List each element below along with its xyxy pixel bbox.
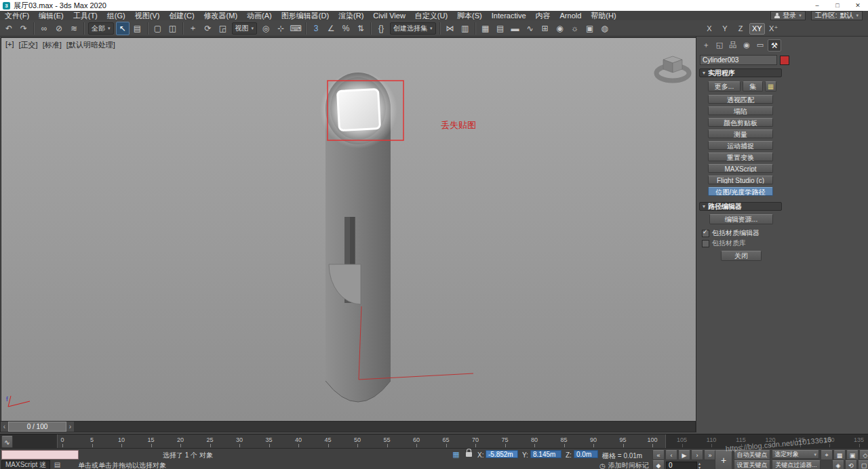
schematic-view-icon[interactable]: ⊞ — [538, 22, 552, 35]
toggle-ribbon-icon[interactable]: ▬ — [509, 22, 522, 35]
time-slider-handle[interactable]: 0 / 100 — [8, 422, 66, 432]
reference-coordinate-system-dropdown[interactable]: 视图▾ — [232, 22, 258, 35]
track-bar[interactable]: ∿ 05101520253035404550556065707580859095… — [0, 434, 868, 449]
menu-item-7[interactable]: 修改器(M) — [199, 11, 243, 20]
spinner-snap-icon[interactable]: ⇅ — [354, 22, 368, 35]
set-keys-button[interactable]: + — [715, 450, 732, 469]
redo-icon[interactable]: ↷ — [17, 22, 31, 35]
macro-recorder-field[interactable] — [1, 450, 79, 460]
add-time-tag[interactable]: ◷ 添加时间标记 — [599, 461, 649, 469]
menu-item-14[interactable]: Interactive — [487, 11, 531, 20]
orbit-icon[interactable]: ⟲ — [845, 460, 857, 469]
listener-icon[interactable]: ▤ — [53, 460, 62, 468]
axis-constraint-x[interactable]: X — [703, 24, 716, 34]
window-crossing-toggle-icon[interactable]: ◫ — [166, 22, 180, 35]
more-utilities-button[interactable]: 更多... — [708, 81, 741, 91]
configure-button-sets-icon[interactable]: ▦ — [765, 81, 776, 91]
render-setup-icon[interactable]: ☼ — [568, 22, 582, 35]
named-selection-sets-dropdown[interactable]: 创建选择集▾ — [390, 22, 436, 35]
login-button[interactable]: 登录 ▾ — [770, 11, 806, 20]
curve-editor-icon[interactable]: ∿ — [524, 22, 537, 35]
menu-item-11[interactable]: Civil View — [368, 11, 410, 20]
spinner-down-icon[interactable]: ▾ — [698, 466, 701, 469]
select-and-link-icon[interactable]: ∞ — [37, 22, 51, 35]
menu-item-9[interactable]: 图形编辑器(D) — [277, 11, 334, 20]
undo-icon[interactable]: ↶ — [2, 22, 16, 35]
selection-set-dropdown[interactable]: 选定对象 ▾ — [772, 450, 819, 459]
edit-resources-button[interactable]: 编辑资源... — [709, 214, 773, 224]
menu-item-10[interactable]: 渲染(R) — [334, 11, 368, 20]
pan-icon[interactable]: ◈ — [832, 460, 844, 469]
rendered-frame-window-icon[interactable]: ▣ — [583, 22, 597, 35]
toggle-scene-explorer-icon[interactable]: ▦ — [479, 22, 492, 35]
rollout-path-editor[interactable]: ▾ 路径编辑器 — [699, 202, 782, 211]
rectangular-selection-region-icon[interactable]: ▢ — [151, 22, 165, 35]
tab-modify[interactable]: ◱ — [713, 39, 726, 50]
utility-button-4[interactable]: 测量 — [708, 129, 773, 138]
tab-motion[interactable]: ◉ — [741, 39, 753, 50]
scene-3d-view[interactable]: 丢失贴图 f — [1, 38, 696, 422]
menu-item-12[interactable]: 自定义(U) — [410, 11, 452, 20]
toggle-layer-explorer-icon[interactable]: ▤ — [494, 22, 507, 35]
menu-item-1[interactable]: 文件(F) — [0, 11, 34, 20]
time-slider-prev-icon[interactable]: ‹ — [1, 422, 8, 432]
axis-constraint-y[interactable]: Y — [718, 24, 732, 34]
time-slider-track[interactable] — [74, 422, 695, 432]
selection-filter-dropdown[interactable]: 全部▾ — [88, 22, 114, 35]
utility-button-1[interactable]: 透视匹配 — [708, 95, 773, 104]
tab-create[interactable]: ＋ — [700, 39, 712, 50]
view-cube[interactable] — [647, 52, 696, 89]
menu-item-17[interactable]: 帮助(H) — [586, 11, 620, 20]
include-material-editor-checkbox[interactable]: ✓ 包括材质编辑器 — [702, 228, 760, 238]
utility-button-7[interactable]: MAXScript — [708, 164, 773, 173]
snaps-toggle-icon[interactable]: 3 — [309, 22, 323, 35]
object-name-field[interactable]: Cylinder003 — [700, 55, 777, 65]
auto-key-button[interactable]: 自动关键点 — [734, 450, 770, 460]
rollout-utilities[interactable]: ▾ 实用程序 — [699, 68, 782, 77]
y-coord-field[interactable]: 8.145m — [530, 450, 561, 458]
close-utility-button[interactable]: 关闭 — [721, 251, 762, 261]
isolate-selection-icon[interactable]: ▦ — [452, 450, 460, 459]
viewport-pov-menu[interactable]: [正交] — [19, 40, 38, 50]
minimize-button[interactable]: – — [807, 0, 827, 11]
workspace-selector[interactable]: 工作区: 默认 ▾ — [811, 11, 863, 20]
zoom-icon[interactable]: ⌖ — [821, 450, 833, 460]
menu-item-3[interactable]: 工具(T) — [68, 11, 102, 20]
select-by-name-icon[interactable]: ▤ — [131, 22, 144, 35]
zoom-extents-icon[interactable]: ▣ — [846, 450, 859, 460]
viewport-general-menu[interactable]: [+] — [5, 40, 14, 50]
axis-constraint-z[interactable]: Z — [734, 24, 747, 34]
zoom-all-icon[interactable]: ▦ — [833, 450, 846, 460]
utility-button-8[interactable]: Flight Studio (c) — [708, 176, 773, 184]
utility-button-6[interactable]: 重置变换 — [708, 152, 773, 161]
key-mode-toggle-icon[interactable]: ◆ — [652, 460, 665, 469]
close-button[interactable]: ✕ — [848, 0, 868, 11]
percent-snap-icon[interactable]: % — [339, 22, 353, 35]
select-and-move-icon[interactable]: ＋ — [186, 22, 200, 35]
set-key-mode-button[interactable]: 设置关键点 — [734, 460, 770, 469]
utility-button-2[interactable]: 塌陷 — [708, 106, 773, 115]
select-and-scale-icon[interactable]: ◲ — [216, 22, 230, 35]
select-and-rotate-icon[interactable]: ⟳ — [201, 22, 215, 35]
maximize-button[interactable]: □ — [827, 0, 848, 11]
z-coord-field[interactable]: 0.0m — [574, 450, 598, 458]
tab-display[interactable]: ▭ — [754, 39, 766, 50]
frame-spinner[interactable]: ▴ ▾ — [698, 462, 701, 469]
angle-snap-icon[interactable]: ∠ — [324, 22, 338, 35]
tab-utilities[interactable]: ⚒ — [768, 39, 781, 52]
material-editor-icon[interactable]: ◉ — [553, 22, 567, 35]
mirror-icon[interactable]: ⋈ — [443, 22, 457, 35]
maximize-viewport-icon[interactable]: ▢ — [858, 460, 868, 469]
keyboard-shortcut-override-icon[interactable]: ⌨ — [289, 22, 302, 35]
utility-button-5[interactable]: 运动捕捉 — [708, 141, 773, 150]
select-and-manipulate-icon[interactable]: ⊹ — [274, 22, 288, 35]
menu-item-15[interactable]: 内容 — [531, 11, 555, 20]
axis-constraint-xy-flyout[interactable]: X⁺ — [767, 24, 781, 34]
object-color-swatch[interactable] — [780, 56, 789, 65]
current-frame-field[interactable]: 0 — [666, 462, 697, 469]
go-to-start-button[interactable]: « — [652, 450, 665, 460]
selection-lock-icon[interactable] — [466, 452, 472, 457]
mini-curve-editor-button[interactable]: ∿ — [1, 436, 13, 448]
utility-button-3[interactable]: 颜色剪贴板 — [708, 118, 773, 127]
next-frame-button[interactable]: › — [691, 450, 703, 460]
